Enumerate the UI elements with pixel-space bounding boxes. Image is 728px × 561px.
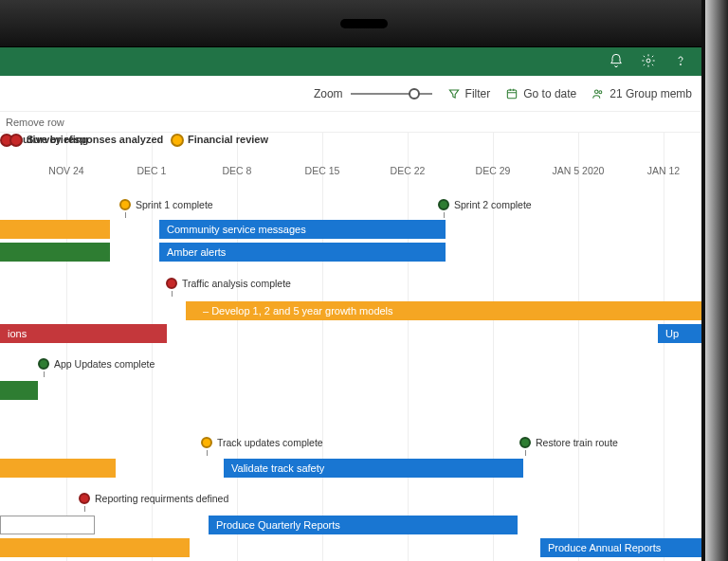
people-icon: [592, 87, 605, 100]
filter-label: Filter: [465, 87, 491, 100]
app-header: [0, 47, 701, 76]
task-bar[interactable]: Up: [658, 324, 701, 343]
milestone-label: Sprint 2 complete: [454, 199, 532, 210]
filter-icon: [447, 87, 461, 100]
task-bar[interactable]: [0, 538, 190, 557]
group-members-button[interactable]: 21 Group memb: [592, 87, 692, 100]
zoom-control[interactable]: Zoom: [314, 87, 432, 100]
task-bar[interactable]: – Develop 1, 2 and 5 year growth models: [186, 301, 701, 320]
milestone-marker[interactable]: Track updates complete: [201, 437, 323, 448]
remove-row-button[interactable]: Remove row: [6, 117, 64, 128]
milestone-label: Traffic analysis complete: [182, 278, 291, 289]
device-bezel-right: [701, 0, 728, 561]
svg-point-3: [595, 89, 599, 93]
milestone-marker[interactable]: Traffic analysis complete: [166, 278, 291, 289]
milestone-marker[interactable]: Sprint 2 complete: [438, 199, 532, 210]
task-bar[interactable]: Produce Annual Reports: [540, 538, 701, 557]
task-bar[interactable]: Amber alerts: [159, 243, 446, 262]
task-bar[interactable]: ions: [0, 324, 167, 343]
svg-point-4: [599, 90, 602, 93]
milestone-marker[interactable]: Sprint 1 complete: [119, 199, 213, 210]
zoom-label: Zoom: [314, 87, 343, 100]
task-bar[interactable]: [0, 220, 110, 239]
milestone-dot-icon: [79, 493, 90, 504]
bell-icon[interactable]: [609, 53, 624, 71]
goto-date-label: Go to date: [523, 87, 576, 100]
milestone-dot-icon: [519, 437, 531, 448]
task-bar[interactable]: [0, 459, 116, 478]
app-screen: Zoom Filter Go to date 21 Group memb Rem…: [0, 47, 701, 561]
milestone-marker[interactable]: Restore train route: [519, 437, 618, 448]
milestone-dot-icon: [166, 278, 177, 289]
milestone[interactable]: Financial review: [171, 133, 268, 146]
milestone-marker[interactable]: App Updates complete: [38, 358, 155, 370]
milestone-label: Survey responses analyzed: [27, 133, 163, 146]
zoom-slider-thumb[interactable]: [409, 88, 420, 100]
milestone-dot-icon: [201, 437, 212, 448]
date-header-row: 17NOV 24DEC 1DEC 8DEC 15DEC 22DEC 29JAN …: [0, 165, 701, 182]
filter-button[interactable]: Filter: [447, 87, 491, 100]
date-column-label: DEC 1: [137, 165, 167, 176]
milestone-dot-icon: [119, 199, 131, 210]
zoom-slider-track[interactable]: [351, 93, 432, 95]
milestone-label: Financial review: [188, 133, 268, 146]
milestone-header-row: cutive briefingSurvey responses analyzed…: [0, 133, 701, 165]
goto-date-button[interactable]: Go to date: [505, 87, 576, 100]
svg-point-1: [680, 63, 681, 64]
camera-notch: [340, 19, 388, 28]
milestone-dot-icon: [38, 358, 49, 370]
milestone-dot-icon: [171, 134, 184, 147]
task-bar[interactable]: [0, 381, 38, 400]
milestone-label: Track updates complete: [217, 437, 323, 448]
milestone-marker[interactable]: Reporting requirments defined: [79, 493, 228, 504]
gear-icon[interactable]: [641, 53, 656, 71]
task-bar[interactable]: Community service messages: [159, 220, 446, 239]
date-column-label: DEC 8: [223, 165, 252, 176]
date-column-label: JAN 12: [647, 165, 680, 176]
milestone-label: Reporting requirments defined: [95, 493, 228, 504]
milestone[interactable]: Survey responses analyzed: [9, 133, 163, 146]
milestone-dot-icon: [9, 134, 23, 147]
device-bezel-top: [0, 0, 728, 47]
milestone-dot-icon: [438, 199, 449, 210]
toolbar: Zoom Filter Go to date 21 Group memb: [0, 76, 701, 112]
date-column-label: DEC 15: [305, 165, 340, 176]
calendar-icon: [505, 87, 519, 100]
milestone-label: Restore train route: [536, 437, 618, 448]
gantt-bars-area: Community service messagesAmber alerts– …: [0, 188, 701, 561]
gantt-chart[interactable]: cutive briefingSurvey responses analyzed…: [0, 133, 701, 561]
task-bar[interactable]: Validate track safety: [224, 459, 523, 478]
date-column-label: JAN 5 2020: [553, 165, 605, 176]
secondary-toolbar: Remove row: [0, 112, 701, 133]
task-bar[interactable]: [0, 243, 110, 262]
milestone-label: App Updates complete: [54, 358, 155, 370]
milestone-label: Sprint 1 complete: [136, 199, 213, 210]
group-members-label: 21 Group memb: [610, 87, 692, 100]
task-bar[interactable]: Produce Quarterly Reports: [209, 516, 518, 534]
svg-point-0: [646, 59, 650, 63]
task-name-input[interactable]: [0, 516, 95, 534]
date-column-label: DEC 29: [476, 165, 511, 176]
date-column-label: NOV 24: [48, 165, 83, 176]
svg-rect-2: [508, 89, 517, 98]
help-icon[interactable]: [673, 53, 688, 71]
date-column-label: DEC 22: [391, 165, 426, 176]
